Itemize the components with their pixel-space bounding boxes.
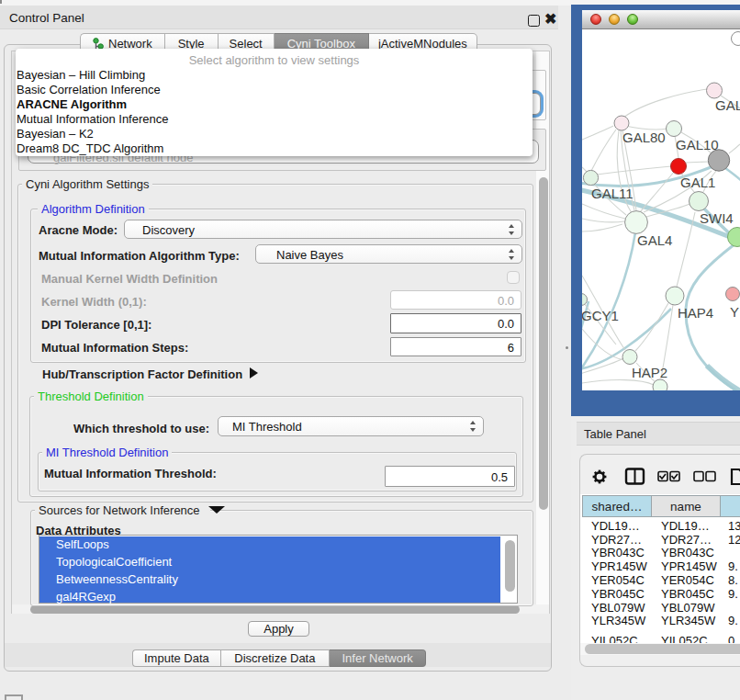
svg-text:SWI4: SWI4: [700, 210, 734, 226]
svg-text:GAL80: GAL80: [622, 130, 666, 145]
svg-text:GAL2: GAL2: [715, 97, 740, 113]
svg-text:GCY1: GCY1: [582, 308, 619, 323]
svg-text:GAL10: GAL10: [676, 137, 719, 152]
svg-text:GAL4: GAL4: [637, 232, 672, 248]
svg-text:HAP2: HAP2: [632, 365, 667, 380]
svg-text:GAL1: GAL1: [680, 175, 715, 190]
svg-text:Y: Y: [730, 304, 739, 320]
svg-text:GAL11: GAL11: [591, 186, 633, 201]
svg-text:HAP4: HAP4: [678, 305, 713, 321]
